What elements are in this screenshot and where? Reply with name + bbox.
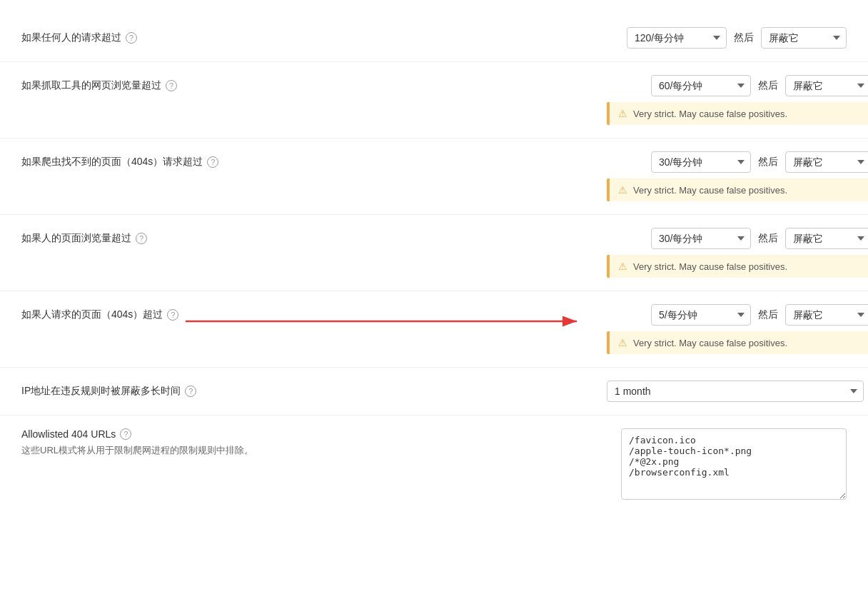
settings-page: 如果任何人的请求超过 ? 120/每分钟 5/每分钟 10/每分钟 20/每分钟… bbox=[0, 0, 868, 594]
help-icon-human-404[interactable]: ? bbox=[167, 309, 178, 321]
ip-block-controls: 1 day 1 week 1 month 3 months 1 year bbox=[607, 381, 864, 402]
warning-text-crawler-404: Very strict. May cause false positives. bbox=[633, 185, 787, 196]
action-select-human-browsing[interactable]: 屏蔽它 限制它 验证码 bbox=[785, 228, 868, 249]
ip-block-label: IP地址在违反规则时被屏蔽多长时间 ? bbox=[21, 385, 607, 398]
allowlist-description: 这些URL模式将从用于限制爬网进程的限制规则中排除。 bbox=[21, 444, 607, 457]
rate-select-crawler-browsing[interactable]: 60/每分钟 5/每分钟 10/每分钟 20/每分钟 30/每分钟 120/每分… bbox=[651, 75, 751, 96]
setting-controls-crawler-404: 30/每分钟 5/每分钟 10/每分钟 20/每分钟 60/每分钟 120/每分… bbox=[607, 151, 868, 201]
rate-select-crawler-404[interactable]: 30/每分钟 5/每分钟 10/每分钟 20/每分钟 60/每分钟 120/每分… bbox=[651, 151, 751, 173]
help-icon-human-browsing[interactable]: ? bbox=[136, 233, 147, 244]
help-icon-any-request[interactable]: ? bbox=[126, 32, 137, 44]
then-label-human-404: 然后 bbox=[758, 308, 778, 321]
action-select-any-request[interactable]: 屏蔽它 限制它 验证码 bbox=[761, 27, 847, 49]
warning-icon-crawler-browsing: ⚠ bbox=[618, 108, 627, 119]
setting-row-crawler-browsing: 如果抓取工具的网页浏览量超过 ? 60/每分钟 5/每分钟 10/每分钟 20/… bbox=[0, 62, 868, 139]
label-text-human-browsing: 如果人的页面浏览量超过 bbox=[21, 232, 131, 245]
warning-icon-crawler-404: ⚠ bbox=[618, 184, 627, 196]
setting-label-any-request: 如果任何人的请求超过 ? bbox=[21, 27, 607, 44]
allowlist-textarea-container: /favicon.ico /apple-touch-icon*.png /*@2… bbox=[621, 428, 847, 502]
allowlist-title: Allowlisted 404 URLs ? bbox=[21, 428, 607, 440]
setting-controls-any-request: 120/每分钟 5/每分钟 10/每分钟 20/每分钟 30/每分钟 60/每分… bbox=[607, 27, 847, 49]
ip-block-row: IP地址在违反规则时被屏蔽多长时间 ? 1 day 1 week 1 month… bbox=[0, 368, 868, 416]
setting-controls-human-404: 5/每分钟 10/每分钟 20/每分钟 30/每分钟 60/每分钟 120/每分… bbox=[607, 304, 868, 354]
setting-label-crawler-404: 如果爬虫找不到的页面（404s）请求超过 ? bbox=[21, 151, 607, 168]
setting-row-any-request: 如果任何人的请求超过 ? 120/每分钟 5/每分钟 10/每分钟 20/每分钟… bbox=[0, 14, 868, 62]
allowlist-label: Allowlisted 404 URLs ? 这些URL模式将从用于限制爬网进程… bbox=[21, 428, 607, 502]
then-label-crawler-browsing: 然后 bbox=[758, 79, 778, 92]
setting-label-human-404: 如果人请求的页面（404s）超过 ? bbox=[21, 304, 607, 321]
setting-label-human-browsing: 如果人的页面浏览量超过 ? bbox=[21, 228, 607, 245]
rate-select-human-404[interactable]: 5/每分钟 10/每分钟 20/每分钟 30/每分钟 60/每分钟 120/每分… bbox=[651, 304, 751, 326]
allowlist-row: Allowlisted 404 URLs ? 这些URL模式将从用于限制爬网进程… bbox=[0, 416, 868, 515]
allowlist-urls-input[interactable]: /favicon.ico /apple-touch-icon*.png /*@2… bbox=[621, 428, 847, 500]
warning-text-crawler-browsing: Very strict. May cause false positives. bbox=[633, 109, 787, 119]
action-select-crawler-404[interactable]: 屏蔽它 限制它 验证码 bbox=[785, 151, 868, 173]
warning-box-human-404: ⚠ Very strict. May cause false positives… bbox=[607, 331, 868, 354]
controls-row-human-404: 5/每分钟 10/每分钟 20/每分钟 30/每分钟 60/每分钟 120/每分… bbox=[651, 304, 868, 326]
controls-row-crawler-404: 30/每分钟 5/每分钟 10/每分钟 20/每分钟 60/每分钟 120/每分… bbox=[651, 151, 868, 173]
rate-select-any-request[interactable]: 120/每分钟 5/每分钟 10/每分钟 20/每分钟 30/每分钟 60/每分… bbox=[627, 27, 727, 49]
then-label-human-browsing: 然后 bbox=[758, 232, 778, 245]
label-text-crawler-404: 如果爬虫找不到的页面（404s）请求超过 bbox=[21, 156, 203, 168]
warning-box-crawler-browsing: ⚠ Very strict. May cause false positives… bbox=[607, 102, 868, 125]
label-text-crawler-browsing: 如果抓取工具的网页浏览量超过 bbox=[21, 79, 161, 92]
warning-text-human-404: Very strict. May cause false positives. bbox=[633, 338, 787, 348]
allowlist-title-text: Allowlisted 404 URLs bbox=[21, 428, 116, 440]
setting-row-human-browsing: 如果人的页面浏览量超过 ? 30/每分钟 5/每分钟 10/每分钟 20/每分钟… bbox=[0, 215, 868, 291]
action-select-human-404[interactable]: 屏蔽它 限制它 验证码 bbox=[785, 304, 868, 326]
controls-row-any-request: 120/每分钟 5/每分钟 10/每分钟 20/每分钟 30/每分钟 60/每分… bbox=[627, 27, 847, 49]
controls-row-crawler-browsing: 60/每分钟 5/每分钟 10/每分钟 20/每分钟 30/每分钟 120/每分… bbox=[651, 75, 868, 96]
warning-box-human-browsing: ⚠ Very strict. May cause false positives… bbox=[607, 255, 868, 278]
rate-select-human-browsing[interactable]: 30/每分钟 5/每分钟 10/每分钟 20/每分钟 60/每分钟 120/每分… bbox=[651, 228, 751, 249]
controls-row-human-browsing: 30/每分钟 5/每分钟 10/每分钟 20/每分钟 60/每分钟 120/每分… bbox=[651, 228, 868, 249]
duration-select[interactable]: 1 day 1 week 1 month 3 months 1 year bbox=[607, 381, 864, 402]
label-text-human-404: 如果人请求的页面（404s）超过 bbox=[21, 308, 163, 321]
help-icon-crawler-404[interactable]: ? bbox=[207, 156, 218, 168]
action-select-crawler-browsing[interactable]: 屏蔽它 限制它 验证码 bbox=[785, 75, 868, 96]
help-icon-crawler-browsing[interactable]: ? bbox=[166, 80, 177, 91]
help-icon-ip-block[interactable]: ? bbox=[185, 386, 196, 397]
setting-row-crawler-404: 如果爬虫找不到的页面（404s）请求超过 ? 30/每分钟 5/每分钟 10/每… bbox=[0, 139, 868, 215]
then-label-crawler-404: 然后 bbox=[758, 156, 778, 168]
warning-text-human-browsing: Very strict. May cause false positives. bbox=[633, 261, 787, 272]
warning-icon-human-browsing: ⚠ bbox=[618, 261, 627, 272]
setting-controls-human-browsing: 30/每分钟 5/每分钟 10/每分钟 20/每分钟 60/每分钟 120/每分… bbox=[607, 228, 868, 278]
setting-label-crawler-browsing: 如果抓取工具的网页浏览量超过 ? bbox=[21, 75, 607, 92]
warning-box-crawler-404: ⚠ Very strict. May cause false positives… bbox=[607, 178, 868, 201]
setting-controls-crawler-browsing: 60/每分钟 5/每分钟 10/每分钟 20/每分钟 30/每分钟 120/每分… bbox=[607, 75, 868, 125]
label-text-any-request: 如果任何人的请求超过 bbox=[21, 31, 121, 44]
help-icon-allowlist[interactable]: ? bbox=[120, 428, 131, 440]
warning-icon-human-404: ⚠ bbox=[618, 337, 627, 348]
setting-row-human-404: 如果人请求的页面（404s）超过 ? 5/每分钟 10/每分钟 20/每分钟 3… bbox=[0, 291, 868, 368]
ip-block-label-text: IP地址在违反规则时被屏蔽多长时间 bbox=[21, 385, 181, 398]
then-label-any-request: 然后 bbox=[734, 31, 754, 44]
